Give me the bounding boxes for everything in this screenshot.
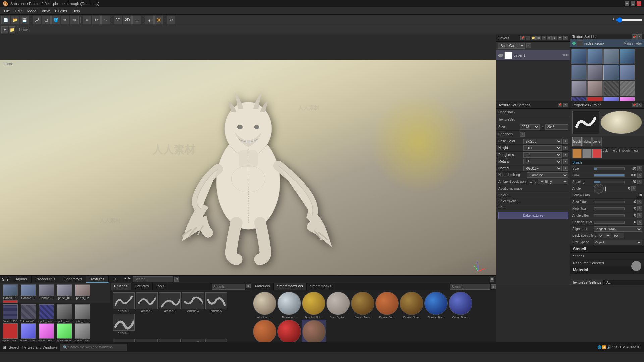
texture-pattern-wo[interactable]: Pattern WO... <box>19 304 37 323</box>
windows-start-icon[interactable]: ⊞ <box>3 345 6 350</box>
shelf-tab-alphas[interactable]: Alphas <box>12 276 32 283</box>
ts-grid-item-panel03[interactable] <box>587 81 603 96</box>
scale-tool[interactable]: ⤡ <box>101 16 110 24</box>
brush-tab-alpha[interactable]: alpha <box>582 137 592 146</box>
height-options-btn[interactable]: ▼ <box>563 146 568 150</box>
ts-grid-item-patternw[interactable] <box>620 81 635 96</box>
material-aluminum2[interactable]: Aluminum ... <box>277 292 301 319</box>
angle-jitter-bar[interactable] <box>594 214 625 217</box>
paint-tool[interactable]: 🖌 <box>33 16 41 24</box>
rough-swatch[interactable] <box>592 149 602 158</box>
shelf-search-input[interactable] <box>133 276 173 282</box>
flow-jitter-bar[interactable] <box>594 207 625 210</box>
shelf-cat-handle03[interactable]: Handle 03 <box>38 284 55 300</box>
layers-add-layer-button[interactable]: + <box>526 36 530 40</box>
ts-grid-item-handle01[interactable] <box>603 65 619 80</box>
shelf-cat-handle02[interactable]: Handle 02 <box>19 284 37 300</box>
angle-dial[interactable] <box>594 184 604 194</box>
shelf-tab-generators[interactable]: Generators <box>59 276 86 283</box>
textureset-item[interactable]: reptile_group Main shader <box>570 39 644 48</box>
layers-add-folder-button[interactable]: 📁 <box>531 36 536 40</box>
materials-tab[interactable]: Materials <box>252 283 274 290</box>
size-jitter-edit-button[interactable]: ✎ <box>637 200 642 204</box>
menu-help[interactable]: Help <box>70 8 83 14</box>
split-view-button[interactable]: ⊞ <box>132 16 141 24</box>
windows-search-input[interactable] <box>68 345 119 349</box>
ts-grid-item-reptile-po[interactable] <box>620 97 635 101</box>
settings-button[interactable]: ⚙ <box>167 16 175 24</box>
ts-grid-item-handle22[interactable] <box>603 49 619 64</box>
shelf-tab-textures[interactable]: Textures <box>86 276 109 283</box>
titlebar-controls[interactable]: ─ □ ✕ <box>625 1 641 6</box>
search-bar[interactable]: 🔍 <box>60 344 127 351</box>
ts-grid-item-handle18[interactable] <box>587 49 603 64</box>
angle-edit-button[interactable]: ✎ <box>631 186 636 191</box>
normal-format[interactable]: RGB16F RGB8 <box>523 166 562 171</box>
shelf-cat-panel02[interactable]: panel_02 <box>74 284 91 300</box>
layers-delete-button[interactable]: 🗑 <box>547 36 552 40</box>
material-bronze-statue[interactable]: Bronze Statue <box>400 292 423 319</box>
transform-tool[interactable]: ⇔ <box>83 16 91 24</box>
spacing-edit-button[interactable]: ✎ <box>637 180 642 184</box>
brush-artistic1[interactable]: artistic 1 <box>113 292 135 313</box>
layers-close-button[interactable]: ✕ <box>563 36 568 40</box>
flow-jitter-edit-button[interactable]: ✎ <box>637 206 642 211</box>
spacing-bar[interactable] <box>594 181 625 183</box>
rotate-tool[interactable]: ↻ <box>92 16 101 24</box>
brush-tab-brush[interactable]: brush <box>572 137 582 146</box>
size-height-input[interactable] <box>545 124 568 130</box>
bake-textures-button[interactable]: Bake textures <box>498 212 568 219</box>
texture-reptile-posit[interactable]: reptile_posit... <box>38 323 55 342</box>
ts-grid-item-handle23[interactable] <box>620 49 635 64</box>
2d-view-button[interactable]: 2D <box>123 16 132 24</box>
brush-artistic5[interactable]: artistic 5 <box>205 292 227 313</box>
ts-grid-item-reptile-c[interactable] <box>587 97 603 101</box>
brush-search-input[interactable] <box>212 284 245 290</box>
texture-reptile-curva[interactable]: reptile_curva... <box>74 304 91 323</box>
size-jitter-bar[interactable] <box>594 201 625 203</box>
material-copper-worn[interactable]: Copper Worn <box>302 320 326 342</box>
alignment-dropdown[interactable]: Tangent | Wrap <box>594 226 642 232</box>
render-button[interactable]: 🔆 <box>154 16 163 24</box>
smudge-tool[interactable]: ✏ <box>61 16 69 24</box>
layers-add-fill-button[interactable]: ▦ <box>536 36 541 40</box>
ts-grid-item-reptile-no[interactable] <box>603 97 619 101</box>
layers-up-button[interactable]: ▲ <box>552 36 557 40</box>
ts-grid-item-handle17[interactable] <box>571 49 587 64</box>
brush-artistic3[interactable]: artistic 3 <box>159 292 181 313</box>
layer-visibility-icon[interactable] <box>498 54 503 57</box>
brush-cement2[interactable]: Cement 2 <box>182 339 204 342</box>
textureset-close-button[interactable]: ✕ <box>637 34 642 39</box>
size-space-dropdown[interactable]: Object World <box>594 240 642 245</box>
menu-plugins[interactable]: Plugins <box>52 8 70 14</box>
open-button[interactable]: 📂 <box>11 16 19 24</box>
layer-add-button-2[interactable]: + <box>526 43 531 48</box>
layer-row[interactable]: Layer 1 100 <box>496 50 570 61</box>
smart-materials-tab[interactable]: Smart materials <box>274 283 307 290</box>
metallic-options-btn[interactable]: ▼ <box>563 159 568 164</box>
shelf-tab-fi[interactable]: Fi.. <box>109 276 122 283</box>
ts-settings-pin-button[interactable]: 📌 <box>558 103 562 107</box>
material-aluminum1[interactable]: Aluminum ... <box>253 292 276 319</box>
shelf-tab-procedurals[interactable]: Procedurals <box>32 276 60 283</box>
add-channel-button[interactable]: + <box>520 132 525 137</box>
brush-view-button[interactable]: ⊞ <box>246 284 251 288</box>
shelf-close-button[interactable]: ✕ <box>490 277 494 282</box>
brush-tab-stencil[interactable]: stencil <box>592 137 602 146</box>
normal-options-btn[interactable]: ▼ <box>563 166 568 171</box>
base-color-format[interactable]: sRGB8 L8 RGB16F <box>523 139 562 144</box>
menu-edit[interactable]: Edit <box>13 8 24 14</box>
texture-reptile-mati[interactable]: reptile_mati... <box>1 323 19 342</box>
texture-reptile-ambi[interactable]: reptile_ambi... <box>38 304 55 323</box>
ts-grid-item-handle24[interactable] <box>571 65 587 80</box>
material-copper-rad[interactable]: Copper Rad... <box>277 320 301 342</box>
flow-bar[interactable] <box>594 174 625 177</box>
roughness-format[interactable]: L8 L16F <box>523 152 562 158</box>
texture-pattern-ucp[interactable]: Pattern UCP <box>1 304 19 323</box>
brush-basmati[interactable]: Basmati Brush <box>136 339 158 342</box>
size-dropdown[interactable]: 2048 1024 512 4096 <box>520 124 540 130</box>
shelf-cat-panel03[interactable]: panel_03 <box>1 300 19 303</box>
ts-settings-close-button[interactable]: ✕ <box>563 103 568 107</box>
ao-mixing-dropdown[interactable]: Multiply Add <box>538 179 568 184</box>
normal-mixing-dropdown[interactable]: Combine Replace <box>527 172 568 178</box>
